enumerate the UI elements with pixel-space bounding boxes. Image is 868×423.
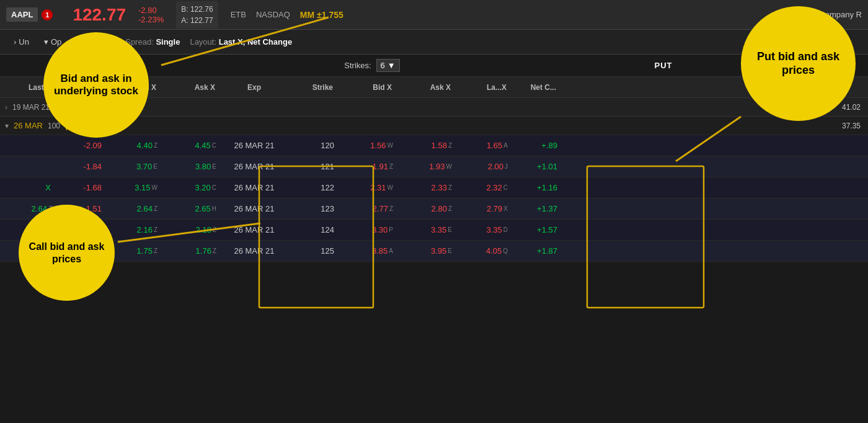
cell-calls-askx: 2.65 H: [161, 198, 220, 219]
cell-calls-askx: 4.45 C: [161, 135, 220, 156]
cell-strike: 123: [288, 198, 338, 219]
cell-puts-askx: 3.35 E: [397, 220, 456, 240]
cell-calls-bidx: 2.16 Z: [105, 220, 161, 240]
cell-puts-bidx: 2.31 W: [338, 177, 397, 198]
strikes-select[interactable]: 6 ▼: [376, 59, 400, 72]
cell-puts-netc: +1.16: [512, 177, 561, 198]
notification-badge: 1: [42, 9, 53, 20]
strikes-box: Strikes: 6 ▼: [285, 59, 459, 72]
th-calls-askx: Ask X: [161, 77, 220, 97]
th-puts-bidx: Bid X: [338, 77, 397, 97]
cell-exp: 26 MAR 21: [220, 241, 288, 261]
cell-calls-bidx: 3.15 W: [105, 177, 161, 198]
cell-puts-lastx: 2.79 X: [456, 198, 512, 219]
price-main: 122.77: [73, 5, 126, 25]
layout-label: Layout:: [190, 37, 216, 47]
cell-puts-askx: 1.58 Z: [397, 135, 456, 156]
section1-right-val: 41.02: [842, 103, 861, 112]
cell-calls-askx: 2.18 Z: [161, 220, 220, 240]
mm-label: MM ±1.755: [300, 10, 343, 20]
nasdaq-label: NASDAQ: [256, 10, 290, 19]
data-rows-container: -2.09 4.40 Z 4.45 C 26 MAR 21 120 1.56 W…: [0, 135, 868, 262]
market-info: ETB NASDAQ MM ±1.755: [231, 10, 343, 20]
callout-call-bid-ask: Call bid and ask prices: [19, 205, 115, 301]
cell-calls-lastx: X: [0, 177, 56, 198]
table-row[interactable]: -2.09 4.40 Z 4.45 C 26 MAR 21 120 1.56 W…: [0, 135, 868, 156]
table-row[interactable]: 2.16 W -1.23 2.16 Z 2.18 Z 26 MAR 21 124…: [0, 220, 868, 241]
cell-puts-bidx: 3.30 P: [338, 220, 397, 240]
cell-puts-bidx: 3.85 A: [338, 241, 397, 261]
cell-puts-lastx: 3.35 D: [456, 220, 512, 240]
ask-line: A: 122.77: [181, 15, 213, 26]
bid-ask-box: B: 122.76 A: 122.77: [176, 1, 218, 29]
cell-puts-netc: +.89: [512, 135, 561, 156]
cell-calls-bidx: 2.64 Z: [105, 198, 161, 219]
cell-exp: 26 MAR 21: [220, 156, 288, 177]
cell-puts-askx: 3.95 E: [397, 241, 456, 261]
cell-strike: 122: [288, 177, 338, 198]
bid-line: B: 122.76: [181, 4, 213, 15]
cell-exp: 26 MAR 21: [220, 198, 288, 219]
cell-strike: 125: [288, 241, 338, 261]
section2-right-val: 37.35: [842, 122, 861, 130]
top-bar: AAPL 1 122.77 -2.80 -2.23% B: 122.76 A: …: [0, 0, 868, 30]
cell-exp: 26 MAR 21: [220, 135, 288, 156]
callout-underlying-bid-ask: Bid and ask in underlying stock: [43, 32, 149, 138]
cell-exp: 26 MAR 21: [220, 177, 288, 198]
spread-value[interactable]: Single: [156, 37, 180, 47]
strikes-label: Strikes:: [344, 61, 371, 70]
th-puts-askx: Ask X: [397, 77, 456, 97]
cell-puts-lastx: 4.05 Q: [456, 241, 512, 261]
cell-calls-bidx: 4.40 Z: [105, 135, 161, 156]
table-row[interactable]: X -1.68 3.15 W 3.20 C 26 MAR 21 122 2.31…: [0, 177, 868, 198]
spread-item: Spread: Single: [125, 37, 180, 47]
cell-puts-askx: 2.80 Z: [397, 198, 456, 219]
nav-underlying[interactable]: › Un: [6, 30, 37, 54]
cell-calls-netc: -1.68: [56, 177, 105, 198]
cell-strike: 124: [288, 220, 338, 240]
cell-puts-askx: 1.93 W: [397, 156, 456, 177]
cell-calls-netc: -2.09: [56, 135, 105, 156]
section2-arrow: ▾: [5, 122, 9, 130]
cell-puts-netc: +1.37: [512, 198, 561, 219]
table-row[interactable]: -1.84 3.70 E 3.80 E 26 MAR 21 121 1.91 Z…: [0, 156, 868, 177]
cell-puts-netc: +1.01: [512, 156, 561, 177]
etb-label: ETB: [231, 10, 246, 19]
cell-calls-askx: 3.80 E: [161, 156, 220, 177]
symbol-box[interactable]: AAPL: [6, 7, 38, 22]
section1-date: 19 MAR 21: [12, 103, 50, 112]
cell-puts-lastx: 2.00 J: [456, 156, 512, 177]
section2-strikes: 100: [48, 122, 60, 130]
price-change-pct: -2.23%: [138, 15, 164, 24]
cell-puts-bidx: 1.56 W: [338, 135, 397, 156]
cell-puts-bidx: 1.91 Z: [338, 156, 397, 177]
cell-puts-lastx: 1.65 A: [456, 135, 512, 156]
nav-arrow-2: ▾: [44, 37, 48, 47]
price-change: -2.80 -2.23%: [138, 6, 164, 24]
cell-calls-bidx: 3.70 E: [105, 156, 161, 177]
symbol-section: AAPL 1: [6, 7, 53, 22]
cell-puts-netc: +1.57: [512, 220, 561, 240]
cell-puts-lastx: 2.32 C: [456, 177, 512, 198]
section2-date: 26 MAR: [14, 121, 43, 130]
nav-label-2: Op: [51, 37, 61, 47]
cell-puts-bidx: 2.77 Z: [338, 198, 397, 219]
callout-put-bid-ask: Put bid and ask prices: [741, 6, 856, 121]
cell-calls-lastx: [0, 156, 56, 177]
cell-calls-askx: 3.20 C: [161, 177, 220, 198]
th-puts-netc: Net C...: [512, 77, 561, 97]
cell-strike: 120: [288, 135, 338, 156]
cell-exp: 26 MAR 21: [220, 220, 288, 240]
cell-strike: 121: [288, 156, 338, 177]
cell-calls-netc: -1.84: [56, 156, 105, 177]
table-row[interactable]: 1.75 C -1.16 1.75 Z 1.76 Z 26 MAR 21 125…: [0, 241, 868, 262]
th-exp: Exp: [220, 77, 288, 97]
nav-arrow-1: ›: [14, 37, 16, 47]
cell-puts-askx: 2.33 Z: [397, 177, 456, 198]
cell-calls-askx: 1.76 Z: [161, 241, 220, 261]
layout-item: Layout: Last X, Net Change: [190, 37, 292, 47]
cell-calls-lastx: [0, 135, 56, 156]
price-change-val: -2.80: [138, 6, 164, 15]
layout-value[interactable]: Last X, Net Change: [219, 37, 292, 47]
table-row[interactable]: 2.64 Z -1.51 2.64 Z 2.65 H 26 MAR 21 123…: [0, 198, 868, 220]
